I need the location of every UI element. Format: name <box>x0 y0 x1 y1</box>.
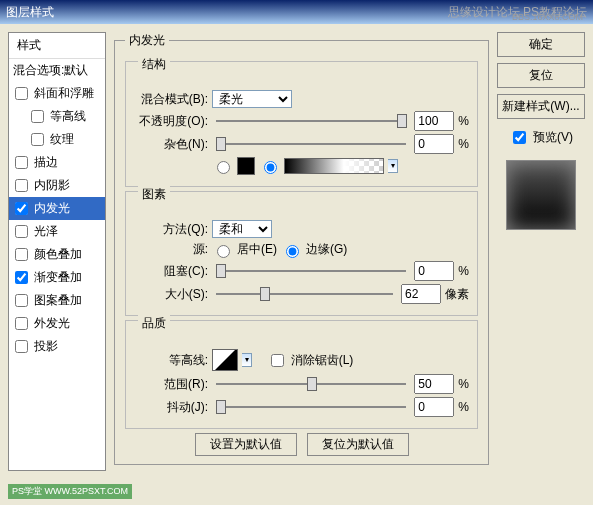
structure-group: 结构 混合模式(B): 柔光 不透明度(O): % 杂色(N): % <box>125 61 478 187</box>
reset-default-button[interactable]: 复位为默认值 <box>307 433 409 456</box>
style-label: 光泽 <box>34 223 58 240</box>
ok-button[interactable]: 确定 <box>497 32 585 57</box>
style-item-1[interactable]: 等高线 <box>9 105 105 128</box>
style-item-9[interactable]: 图案叠加 <box>9 289 105 312</box>
style-item-11[interactable]: 投影 <box>9 335 105 358</box>
size-input[interactable] <box>401 284 441 304</box>
new-style-button[interactable]: 新建样式(W)... <box>497 94 585 119</box>
source-center-radio[interactable] <box>217 245 230 258</box>
style-label: 渐变叠加 <box>34 269 82 286</box>
style-item-7[interactable]: 颜色叠加 <box>9 243 105 266</box>
technique-select[interactable]: 柔和 <box>212 220 272 238</box>
range-label: 范围(R): <box>134 376 208 393</box>
contour-dropdown-icon[interactable]: ▾ <box>242 353 252 367</box>
side-panel: 确定 复位 新建样式(W)... 预览(V) <box>497 32 585 471</box>
style-label: 内发光 <box>34 200 70 217</box>
gradient-dropdown-icon[interactable]: ▾ <box>388 159 398 173</box>
noise-input[interactable] <box>414 134 454 154</box>
contour-label: 等高线: <box>134 352 208 369</box>
choke-label: 阻塞(C): <box>134 263 208 280</box>
size-label: 大小(S): <box>134 286 208 303</box>
quality-group: 品质 等高线: ▾ 消除锯齿(L) 范围(R): % 抖动(J): % <box>125 320 478 429</box>
style-label: 颜色叠加 <box>34 246 82 263</box>
range-input[interactable] <box>414 374 454 394</box>
style-label: 内阴影 <box>34 177 70 194</box>
contour-picker[interactable] <box>212 349 238 371</box>
watermark-bottom: PS学堂 WWW.52PSXT.COM <box>8 484 132 499</box>
styles-header[interactable]: 样式 <box>9 33 105 59</box>
style-item-6[interactable]: 光泽 <box>9 220 105 243</box>
style-checkbox[interactable] <box>15 87 28 100</box>
style-label: 外发光 <box>34 315 70 332</box>
source-edge-radio[interactable] <box>286 245 299 258</box>
range-slider[interactable] <box>212 375 410 393</box>
style-item-0[interactable]: 斜面和浮雕 <box>9 82 105 105</box>
style-checkbox[interactable] <box>31 133 44 146</box>
titlebar: 图层样式 思缘设计论坛 PS教程论坛 <box>0 0 593 24</box>
style-label: 图案叠加 <box>34 292 82 309</box>
preview-thumbnail <box>506 160 576 230</box>
blend-options[interactable]: 混合选项:默认 <box>9 59 105 82</box>
anti-alias-checkbox[interactable] <box>271 354 284 367</box>
style-checkbox[interactable] <box>15 271 28 284</box>
style-item-10[interactable]: 外发光 <box>9 312 105 335</box>
style-label: 纹理 <box>50 131 74 148</box>
jitter-label: 抖动(J): <box>134 399 208 416</box>
style-checkbox[interactable] <box>15 225 28 238</box>
style-label: 描边 <box>34 154 58 171</box>
preview-checkbox[interactable] <box>513 131 526 144</box>
blend-mode-label: 混合模式(B): <box>134 91 208 108</box>
elements-group: 图素 方法(Q): 柔和 源: 居中(E) 边缘(G) 阻塞(C): % <box>125 191 478 316</box>
style-checkbox[interactable] <box>15 248 28 261</box>
gradient-picker[interactable] <box>284 158 384 174</box>
opacity-input[interactable] <box>414 111 454 131</box>
blend-mode-select[interactable]: 柔光 <box>212 90 292 108</box>
size-slider[interactable] <box>212 285 397 303</box>
noise-slider[interactable] <box>212 135 410 153</box>
style-label: 等高线 <box>50 108 86 125</box>
opacity-slider[interactable] <box>212 112 410 130</box>
styles-list: 样式 混合选项:默认 斜面和浮雕等高线纹理描边内阴影内发光光泽颜色叠加渐变叠加图… <box>8 32 106 471</box>
color-radio[interactable] <box>217 161 230 174</box>
gradient-radio[interactable] <box>264 161 277 174</box>
window-title: 图层样式 <box>6 4 54 21</box>
watermark-url: BBS.16XX8.COM <box>512 12 583 22</box>
style-item-3[interactable]: 描边 <box>9 151 105 174</box>
style-checkbox[interactable] <box>31 110 44 123</box>
style-label: 投影 <box>34 338 58 355</box>
choke-slider[interactable] <box>212 262 410 280</box>
style-item-8[interactable]: 渐变叠加 <box>9 266 105 289</box>
style-checkbox[interactable] <box>15 156 28 169</box>
style-item-2[interactable]: 纹理 <box>9 128 105 151</box>
opacity-label: 不透明度(O): <box>134 113 208 130</box>
style-checkbox[interactable] <box>15 202 28 215</box>
style-item-4[interactable]: 内阴影 <box>9 174 105 197</box>
style-label: 斜面和浮雕 <box>34 85 94 102</box>
style-checkbox[interactable] <box>15 179 28 192</box>
source-label: 源: <box>134 241 208 258</box>
color-swatch[interactable] <box>237 157 255 175</box>
noise-label: 杂色(N): <box>134 136 208 153</box>
make-default-button[interactable]: 设置为默认值 <box>195 433 297 456</box>
jitter-input[interactable] <box>414 397 454 417</box>
style-checkbox[interactable] <box>15 340 28 353</box>
style-checkbox[interactable] <box>15 294 28 307</box>
technique-label: 方法(Q): <box>134 221 208 238</box>
style-item-5[interactable]: 内发光 <box>9 197 105 220</box>
inner-glow-panel: 内发光 结构 混合模式(B): 柔光 不透明度(O): % 杂色(N): <box>114 32 489 465</box>
jitter-slider[interactable] <box>212 398 410 416</box>
choke-input[interactable] <box>414 261 454 281</box>
panel-title: 内发光 <box>125 32 169 49</box>
style-checkbox[interactable] <box>15 317 28 330</box>
cancel-button[interactable]: 复位 <box>497 63 585 88</box>
